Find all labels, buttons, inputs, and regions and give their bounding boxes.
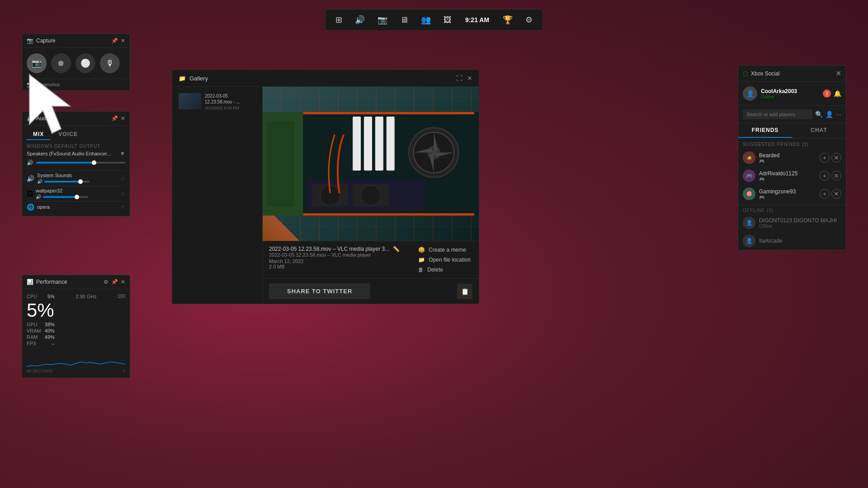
gamingzone-name: Gamingzone93 [759,188,796,195]
record-circle-button[interactable]: ⚪ [75,53,95,73]
volume-thumb[interactable] [92,160,96,165]
copy-button[interactable]: 📋 [457,284,472,299]
thumbnail-image [179,93,201,109]
audio-close-button[interactable]: ✕ [121,115,125,122]
gamingzone-avatar: 🎯 [743,188,755,200]
tab-chat[interactable]: CHAT [792,123,846,138]
mic-off-button[interactable]: 🎙 [100,53,120,73]
search-input[interactable] [743,109,812,119]
volume-slider-row: 🔊 [27,160,125,166]
cpu-row: CPU 5% [27,294,55,299]
capture-camera-icon: 📷 [27,38,33,44]
gamebar-widgets-icon[interactable]: ⊞ [333,13,345,27]
svg-rect-6 [364,117,372,171]
gamebar-achievement-icon[interactable]: 🏆 [500,13,515,27]
system-vol-icon: 🔊 [37,179,42,184]
wallpaper-vol-thumb[interactable] [75,195,79,199]
social-close-button[interactable]: ✕ [835,69,841,78]
add-friend-icon[interactable]: 👤 [826,111,833,118]
social-title: ⬡ Xbox Social [743,70,779,77]
gamebar-gallery-icon[interactable]: 🖼 [441,14,454,27]
audio-widget: 🔊 Audio 📌 ✕ MIX VOICE WINDOWS DEFAULT OU… [22,111,130,216]
social-tabs: FRIENDS CHAT [738,123,846,138]
friend-left-adr: 🎮 AdrRivaldo1125 🎮 [743,169,797,182]
audio-controls: 📌 ✕ [111,115,125,122]
volume-icon: 🔊 [27,160,33,166]
audio-section: WINDOWS DEFAULT OUTPUT Speakers (FxSound… [22,140,130,216]
add-bearded-button[interactable]: + [820,153,830,163]
system-sounds-name: System Sounds [37,173,90,178]
gamebar-performance-icon[interactable]: 🖥 [397,14,411,27]
capture-pin-button[interactable]: 📌 [111,38,118,44]
add-adr-button[interactable]: + [820,171,830,181]
gamingzone-info: Gamingzone93 🎮 [759,188,796,200]
fps-row: FPS -- [27,341,55,346]
vram-label: VRAM [27,328,41,333]
tab-mix[interactable]: MIX [27,129,50,140]
digonto-name: DIGONT0123 DIGONTO MAJHI [759,217,837,224]
username: CoolArka2003 [761,88,797,94]
search-icon[interactable]: 🔍 [815,111,823,118]
record-button[interactable]: ⏺ [51,53,71,73]
system-vol-slider[interactable] [44,181,90,183]
perf-title: 📊 Performance [27,279,67,285]
meta-filename1: 2022-03-05 12.23.58.mov – VLC media play… [269,246,407,252]
edit-icon[interactable]: ✏️ [393,246,400,252]
perf-settings-button[interactable]: ⚙ [104,279,108,285]
cpu-label: CPU [27,294,37,299]
social-header: ⬡ Xbox Social ✕ [738,66,846,82]
delete-button[interactable]: 🗑 Delete [416,266,472,274]
app-row-opera: 🌐 opera ☆ [27,201,125,212]
device-row: Speakers (FxSound Audio Enhancer... ▼ [27,150,125,157]
svg-rect-18 [303,213,474,216]
perf-pin-button[interactable]: 📌 [111,279,118,285]
bell-icon[interactable]: 🔔 [834,90,841,97]
audio-header: 🔊 Audio 📌 ✕ [22,112,130,126]
user-row: 👤 CoolArka2003 Online 3 🔔 [738,82,846,106]
tab-friends[interactable]: FRIENDS [738,123,792,138]
ita-avatar: 👤 [743,235,755,247]
screenshot-button[interactable]: 📷 [27,53,47,73]
wallpaper-favorite-icon[interactable]: ☆ [120,191,125,197]
add-gamingzone-button[interactable]: + [820,189,830,199]
audio-pin-button[interactable]: 📌 [111,115,118,122]
gamebar-settings-icon[interactable]: ⚙ [523,13,535,27]
fps-label: FPS [27,341,36,346]
graph-time-label: 60 SECONDS [27,369,52,373]
remove-adr-button[interactable]: ✕ [831,171,841,181]
gallery-thumbnail-item[interactable]: 2022-03-05 12.23.58.mov - ... 3/12/2022 … [176,90,259,113]
open-file-location-button[interactable]: 📁 Open file location [416,256,472,264]
create-meme-button[interactable]: 😄 Create a meme [416,246,472,254]
gallery-actions: 😄 Create a meme 📁 Open file location 🗑 D… [416,246,472,274]
system-vol-thumb[interactable] [78,179,83,184]
remove-bearded-button[interactable]: ✕ [831,153,841,163]
app-row-wallpaper: 🖼 wallpaper32 🔊 ☆ [27,186,125,201]
device-dropdown-icon[interactable]: ▼ [120,150,125,157]
friend-item-adr: 🎮 AdrRivaldo1125 🎮 + ✕ [738,167,846,185]
system-favorite-icon[interactable]: ☆ [120,175,125,182]
share-twitter-button[interactable]: SHARE TO TWITTER [269,283,370,299]
gamebar-audio-icon[interactable]: 🔊 [352,13,368,27]
gamebar-top: ⊞ 🔊 📷 🖥 👥 🖼 9:21 AM 🏆 ⚙ [325,9,543,31]
capture-close-button[interactable]: ✕ [121,38,125,44]
notification-badge: 3 [823,89,831,98]
bearded-name: Bearded [759,152,779,159]
wallpaper-vol-slider[interactable] [43,196,88,198]
meme-icon: 😄 [418,247,425,253]
gallery-fullscreen-button[interactable]: ⛶ [456,75,462,82]
perf-close-button[interactable]: ✕ [121,279,125,285]
performance-widget: 📊 Performance ⚙ 📌 ✕ CPU 5% 5% GPU 38% [22,275,130,378]
perf-graph-svg [27,351,125,369]
volume-fill [36,162,94,164]
opera-favorite-icon[interactable]: ☆ [120,204,125,210]
gamebar-capture-icon[interactable]: 📷 [375,13,390,27]
remove-gamingzone-button[interactable]: ✕ [831,189,841,199]
capture-footer: 📷 Screenshot [22,79,130,90]
tab-voice[interactable]: VOICE [52,129,84,140]
windows-default-label: WINDOWS DEFAULT OUTPUT [27,144,125,149]
more-options-icon[interactable]: ··· [836,111,841,118]
gallery-close-button[interactable]: ✕ [467,75,472,82]
volume-slider[interactable] [36,162,125,164]
wallpaper-icon: 🖼 [27,190,33,197]
gamebar-social-icon[interactable]: 👥 [418,13,434,27]
